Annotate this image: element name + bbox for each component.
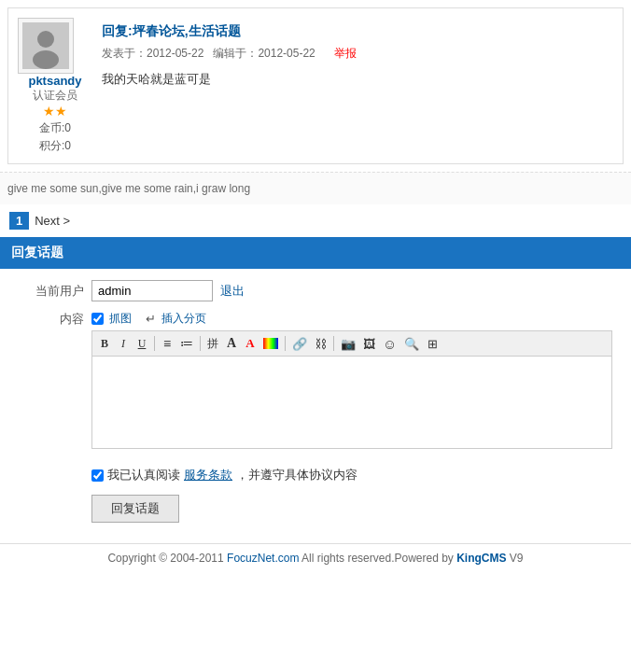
- toolbar-bold[interactable]: B: [96, 334, 113, 353]
- pagination: 1 Next >: [0, 204, 631, 237]
- agreement-text: 我已认真阅读: [107, 467, 180, 483]
- agreement-suffix: ，并遵守具体协议内容: [236, 467, 358, 483]
- agreement-link[interactable]: 服务条款: [184, 467, 232, 483]
- footer-prefix: Copyright © 2004-2011: [107, 552, 223, 565]
- toolbar-smiley[interactable]: ☺: [380, 334, 400, 353]
- submit-row: 回复话题: [19, 489, 612, 532]
- toolbar-list[interactable]: ≔: [177, 334, 196, 353]
- svg-point-1: [37, 31, 54, 48]
- editor-inner: [91, 356, 612, 452]
- footer-suffix: All rights reserved.Powered by: [301, 552, 454, 565]
- signature-area: give me some sun,give me some rain,i gra…: [0, 172, 631, 204]
- user-stars: ★★: [18, 104, 92, 119]
- edit-label: 编辑于: [213, 47, 246, 60]
- grab-image-link[interactable]: 抓图: [109, 311, 132, 327]
- avatar: [18, 18, 74, 74]
- reply-header: 回复话题: [0, 237, 631, 269]
- toolbar-unlink[interactable]: ⛓: [312, 334, 330, 353]
- insert-page-icon: ↵: [146, 312, 156, 326]
- toolbar-fontsize[interactable]: A: [223, 334, 240, 353]
- toolbar-img2[interactable]: 🖼: [360, 334, 378, 353]
- toolbar-special[interactable]: ⊞: [424, 334, 441, 353]
- svg-point-2: [33, 50, 59, 69]
- page-current[interactable]: 1: [9, 212, 29, 230]
- edit-date: 2012-05-22: [258, 47, 315, 60]
- footer: Copyright © 2004-2011 FocuzNet.com All r…: [0, 543, 631, 572]
- reply-section: 回复话题 当前用户 退出 内容 抓图 ↵ 插入分页 B: [0, 237, 631, 543]
- agreement-checkbox[interactable]: [91, 469, 104, 482]
- toolbar-bgcolor[interactable]: [260, 334, 281, 353]
- logout-link[interactable]: 退出: [220, 283, 245, 300]
- toolbar-sep-1: [154, 336, 155, 351]
- post-card: pktsandy 认证会员 ★★ 金币:0 积分:0 回复:坪春论坛,生活话题 …: [7, 7, 624, 164]
- user-level: 认证会员: [18, 88, 92, 104]
- toolbar-link[interactable]: 🔗: [289, 334, 310, 353]
- username-input[interactable]: [91, 280, 213, 301]
- post-dates: 发表于：2012-05-22 编辑于：2012-05-22 举报: [102, 46, 613, 62]
- toolbar-sep-4: [333, 336, 334, 351]
- post-date: 2012-05-22: [147, 47, 203, 60]
- content-label: 内容: [19, 311, 84, 328]
- reply-form: 当前用户 退出 内容 抓图 ↵ 插入分页 B I U: [0, 269, 631, 543]
- toolbar-sep-2: [200, 336, 201, 351]
- toolbar-fontcolor[interactable]: A: [242, 334, 259, 353]
- user-score: 积分:0: [18, 138, 92, 154]
- user-gold: 金币:0: [18, 120, 92, 136]
- content-row: 内容 抓图 ↵ 插入分页 B I U ≡ ≔: [19, 311, 612, 452]
- post-content-column: 回复:坪春论坛,生活话题 发表于：2012-05-22 编辑于：2012-05-…: [102, 18, 613, 154]
- signature-text: give me some sun,give me some rain,i gra…: [7, 182, 250, 195]
- toolbar-italic[interactable]: I: [115, 334, 132, 353]
- reply-header-text: 回复话题: [11, 245, 63, 259]
- submit-reply-button[interactable]: 回复话题: [91, 495, 179, 523]
- editor-toolbar: B I U ≡ ≔ 拼 A A 🔗 ⛓: [91, 330, 612, 356]
- toolbar-align[interactable]: ≡: [159, 334, 175, 353]
- report-link[interactable]: 举报: [334, 47, 357, 60]
- current-user-label: 当前用户: [19, 283, 84, 300]
- editor-wrap: 抓图 ↵ 插入分页 B I U ≡ ≔ 拼 A A: [91, 311, 612, 452]
- username[interactable]: pktsandy: [18, 74, 92, 88]
- toolbar-search[interactable]: 🔍: [401, 334, 422, 353]
- post-title-link[interactable]: 回复:坪春论坛,生活话题: [102, 23, 241, 38]
- footer-cms-link[interactable]: KingCMS: [456, 552, 506, 565]
- footer-company-link[interactable]: FocuzNet.com: [227, 552, 299, 565]
- user-column: pktsandy 认证会员 ★★ 金币:0 积分:0: [18, 18, 92, 154]
- post-body-text: 我的天哈就是蓝可是: [102, 71, 613, 88]
- grab-image-checkbox[interactable]: [91, 313, 104, 325]
- editor-tools-top: 抓图 ↵ 插入分页: [91, 311, 612, 327]
- page-next-link[interactable]: Next >: [35, 214, 70, 228]
- post-date-label: 发表于: [102, 47, 135, 60]
- toolbar-sep-3: [285, 336, 286, 351]
- agreement-row: 我已认真阅读 服务条款 ，并遵守具体协议内容: [19, 461, 612, 489]
- reply-textarea[interactable]: [91, 356, 612, 449]
- insert-page-link[interactable]: 插入分页: [161, 311, 206, 327]
- footer-version: V9: [510, 552, 524, 565]
- toolbar-zh[interactable]: 拼: [204, 334, 221, 353]
- toolbar-img1[interactable]: 📷: [338, 334, 358, 353]
- current-user-row: 当前用户 退出: [19, 280, 612, 301]
- toolbar-underline[interactable]: U: [133, 334, 150, 353]
